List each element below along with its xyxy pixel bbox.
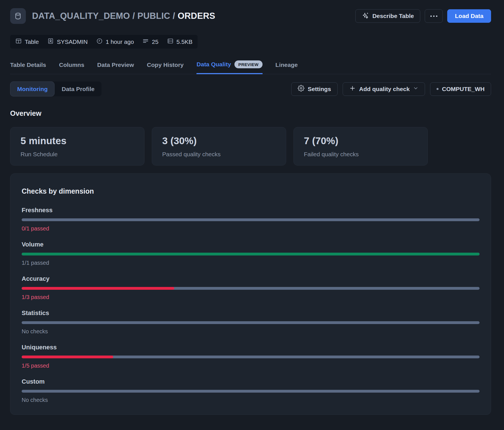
meta-owner: SYSADMIN [47,38,88,46]
meta-row-count: 25 [142,38,158,46]
tab-columns[interactable]: Columns [59,62,84,74]
header: DATA_QUALITY_DEMO / PUBLIC / ORDERS Desc… [10,8,491,24]
toolbar-actions: Settings Add quality check COMPUTE_WH [291,82,491,96]
dimension-row-freshness: Freshness 0/1 passed [22,207,480,232]
preview-badge: PREVIEW [234,60,263,68]
user-badge-icon [47,38,54,46]
failed-checks-card: 7 (70%) Failed quality checks [293,127,428,166]
table-icon [15,38,22,46]
tab-lineage[interactable]: Lineage [275,62,298,74]
add-quality-check-label: Add quality check [359,86,410,92]
meta-owner-label: SYSADMIN [57,39,88,45]
dimension-row-uniqueness: Uniqueness 1/5 passed [22,344,480,369]
add-quality-check-button[interactable]: Add quality check [343,82,425,96]
tab-data-preview[interactable]: Data Preview [97,62,134,74]
tab-table-details[interactable]: Table Details [10,62,46,74]
dot-icon [437,88,439,90]
progress-bar [22,253,480,255]
describe-table-label: Describe Table [372,13,414,19]
run-schedule-value: 5 minutes [21,135,134,146]
meta-row-count-label: 25 [152,39,158,45]
monitoring-toolbar: Monitoring Data Profile Settings [10,82,491,96]
passed-checks-label: Passed quality checks [162,151,276,158]
meta-size-label: 5.5KB [177,39,193,45]
page-title: DATA_QUALITY_DEMO / PUBLIC / ORDERS [32,11,215,21]
overview-heading: Overview [10,109,491,117]
table-tabs: Table Details Columns Data Preview Copy … [10,60,491,74]
rows-icon [142,38,149,46]
progress-bar [22,218,480,221]
segment-monitoring[interactable]: Monitoring [10,82,55,96]
meta-updated: 1 hour ago [96,38,134,46]
describe-table-button[interactable]: Describe Table [355,9,421,23]
failed-checks-label: Failed quality checks [304,151,417,158]
dimension-row-statistics: Statistics No checks [22,309,480,335]
dimension-row-accuracy: Accuracy 1/3 passed [22,275,480,300]
tab-data-quality[interactable]: Data Quality PREVIEW [196,60,263,74]
chevron-down-icon [413,85,419,92]
settings-button[interactable]: Settings [291,82,338,96]
checks-by-dimension-panel: Checks by dimension Freshness 0/1 passed… [10,173,491,415]
header-actions: Describe Table Load Data [355,9,491,23]
progress-bar [22,356,480,358]
sparkles-icon [362,12,369,21]
meta-type-label: Table [25,39,39,45]
header-left: DATA_QUALITY_DEMO / PUBLIC / ORDERS [10,8,215,24]
progress-bar [22,321,480,324]
data-quality-page: DATA_QUALITY_DEMO / PUBLIC / ORDERS Desc… [0,0,504,415]
run-schedule-label: Run Schedule [21,151,134,158]
breadcrumb: DATA_QUALITY_DEMO / PUBLIC / [32,11,175,21]
meta-size: 5.5KB [167,38,193,46]
warehouse-label: COMPUTE_WH [442,86,485,92]
progress-bar [22,390,480,393]
dimension-row-custom: Custom No checks [22,378,480,403]
checks-heading: Checks by dimension [22,187,480,195]
meta-updated-label: 1 hour ago [106,39,134,45]
segment-data-profile[interactable]: Data Profile [55,82,101,96]
more-actions-button[interactable] [425,9,443,23]
progress-bar [22,287,480,290]
settings-label: Settings [308,86,331,92]
passed-checks-value: 3 (30%) [162,135,276,146]
tab-copy-history[interactable]: Copy History [147,62,184,74]
overview-cards: 5 minutes Run Schedule 3 (30%) Passed qu… [10,127,491,166]
meta-type: Table [15,38,39,46]
plus-icon [349,85,356,93]
clock-icon [96,38,103,46]
load-data-button[interactable]: Load Data [447,9,491,23]
gear-icon [298,85,304,93]
storage-icon [167,38,174,46]
view-switcher: Monitoring Data Profile [10,82,101,96]
run-schedule-card: 5 minutes Run Schedule [10,127,144,166]
failed-checks-value: 7 (70%) [304,135,417,146]
ellipsis-icon [430,15,437,17]
database-icon [10,8,26,24]
dimension-row-volume: Volume 1/1 passed [22,241,480,266]
passed-checks-card: 3 (30%) Passed quality checks [152,127,286,166]
warehouse-button[interactable]: COMPUTE_WH [430,82,491,96]
table-meta-bar: Table SYSADMIN 1 hour ago [10,35,198,49]
table-name: ORDERS [178,11,215,21]
